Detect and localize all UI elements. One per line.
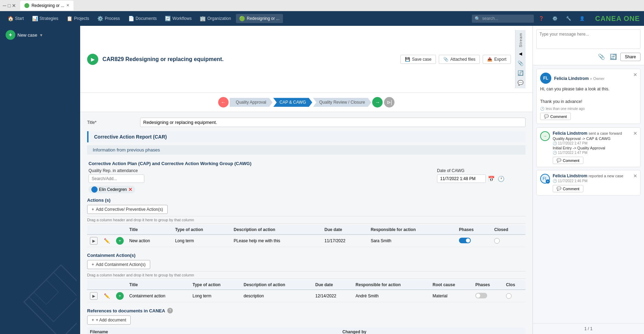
canea-logo: CANEA ONE xyxy=(595,15,640,23)
cont-expand-btn[interactable]: ▶ xyxy=(90,292,98,300)
add-action-button[interactable]: + Add Corrective/ Preventive Action(s) xyxy=(87,205,168,214)
tab-close-btn[interactable]: ✕ xyxy=(66,3,69,8)
cont-edit-cell: ✏️ xyxy=(100,290,113,302)
active-tab[interactable]: Redesigning or ... ✕ xyxy=(20,1,74,10)
action-edit-btn[interactable]: ✏️ xyxy=(103,237,110,244)
date-cawg-input[interactable] xyxy=(437,175,486,183)
nav-item-strategies[interactable]: 📊 Strategies xyxy=(29,14,62,23)
person-tag: 👤 Elin Cedergren ✕ xyxy=(89,186,135,193)
forward-event-time2: 🕐 11/7/2022 1:47 PM xyxy=(553,151,637,155)
forward-event-close-btn[interactable]: ✕ xyxy=(633,131,637,136)
new-case-button[interactable]: + New case ▾ xyxy=(0,26,80,44)
action-status-btn[interactable]: + xyxy=(116,237,124,245)
action-expand-btn[interactable]: ▶ xyxy=(90,237,98,245)
case-status-icon: ▶ xyxy=(87,54,98,65)
workflow-forward-button[interactable]: → xyxy=(372,97,383,107)
cont-closed-checkbox[interactable] xyxy=(506,293,512,299)
nav-help[interactable]: ❓ xyxy=(535,14,547,23)
msg-comment-btn-1[interactable]: 💬 Comment xyxy=(540,113,571,120)
stream-attach-button[interactable]: 📎 xyxy=(597,52,606,61)
window-close[interactable]: ✕ xyxy=(12,3,16,8)
nav-settings[interactable]: ⚙️ xyxy=(549,14,561,23)
action-title-cell: New action xyxy=(127,235,172,247)
workflow-skip-button[interactable]: ⊳| xyxy=(384,97,394,107)
paperclip-icon: 📎 xyxy=(443,57,449,62)
cont-title-cell: Containment action xyxy=(127,290,190,302)
title-field-row: Title* xyxy=(87,118,526,127)
stream-share-button[interactable]: Share xyxy=(620,53,641,61)
workflow-step-cap-cawg[interactable]: CAP & CAWG xyxy=(273,98,312,107)
add-document-button[interactable]: + + Add document xyxy=(87,316,131,325)
col-filename: Filename xyxy=(87,327,340,334)
nav-config[interactable]: 🔧 xyxy=(562,14,575,23)
cont-col-title: Title xyxy=(127,280,190,290)
strategies-icon: 📊 xyxy=(32,16,38,21)
add-containment-button[interactable]: + Add Containment Action(s) xyxy=(87,260,150,269)
action-phases-toggle[interactable] xyxy=(459,238,471,243)
nav-item-start[interactable]: 🏠 Start xyxy=(4,14,27,23)
time-icon-2: 🕐 xyxy=(553,151,557,155)
add-containment-icon: + xyxy=(92,262,94,267)
title-input[interactable] xyxy=(140,118,526,127)
stream-compose: 📎 🔄 Share xyxy=(533,26,644,65)
col-closed: Closed xyxy=(491,225,526,235)
person-remove-btn[interactable]: ✕ xyxy=(128,187,132,192)
quality-rep-search-input[interactable] xyxy=(89,175,144,183)
window-minimize[interactable]: ─ xyxy=(3,3,6,8)
toggle-track[interactable] xyxy=(459,238,471,243)
cont-phases-toggle[interactable] xyxy=(475,293,487,298)
workflow-back-button[interactable]: ← xyxy=(218,97,229,107)
nav-item-projects[interactable]: 📋 Projects xyxy=(63,14,92,23)
export-button[interactable]: 📤 Export xyxy=(483,55,511,64)
msg-header-1: FL Felicia Lindstrom » Owner ✕ xyxy=(540,73,637,84)
action-closed-checkbox[interactable] xyxy=(494,238,500,244)
nav-item-workflows[interactable]: 🔄 Workflows xyxy=(162,14,195,23)
nav-item-redesigning[interactable]: 🟢 Redesigning or ... xyxy=(236,14,283,23)
reported-comment-btn[interactable]: 💬 Comment xyxy=(553,185,583,192)
person-avatar: 👤 xyxy=(91,186,98,193)
cont-toggle-track[interactable] xyxy=(475,293,487,298)
stream-event-reported: FL + Felicia Lindstrom reported a new ca… xyxy=(536,170,641,195)
cont-toggle-thumb xyxy=(476,294,480,298)
workflow-step-quality-review[interactable]: Quality Review / Closure xyxy=(313,98,371,107)
search-input[interactable] xyxy=(482,16,531,21)
stream-panel-toggle[interactable]: Stream ◀ 📎 🔄 💬 xyxy=(515,30,526,88)
action-edit-cell: ✏️ xyxy=(100,235,113,247)
quality-rep-person-tag: 👤 Elin Cedergren ✕ xyxy=(89,184,430,193)
nav-item-process[interactable]: ⚙️ Process xyxy=(94,14,123,23)
clock-icon-btn[interactable]: 🕐 xyxy=(497,175,505,183)
cont-col-phases: Phases xyxy=(473,280,503,290)
msg-close-btn-1[interactable]: ✕ xyxy=(633,72,637,77)
browser-bar: ─ □ ✕ Redesigning or ... ✕ xyxy=(0,0,644,11)
nav-item-organization[interactable]: 🏢 Organization xyxy=(197,14,235,23)
main-content: ▶ CAR829 Redesigning or replacing equipm… xyxy=(80,26,532,334)
forward-comment-btn[interactable]: 💬 Comment xyxy=(553,157,583,164)
cont-col-due-date: Due date xyxy=(313,280,353,290)
cont-col-type: Type of action xyxy=(190,280,241,290)
stream-compose-input[interactable] xyxy=(536,29,641,49)
tab-label: Redesigning or ... xyxy=(31,3,64,8)
save-case-button[interactable]: 💾 Save case xyxy=(400,55,436,64)
cont-status-btn[interactable]: + xyxy=(116,292,124,300)
attached-files-button[interactable]: 📎 Attached files xyxy=(439,55,480,64)
nav-label-start: Start xyxy=(15,16,24,21)
window-maximize[interactable]: □ xyxy=(8,3,10,8)
workflow-step-quality-approval[interactable]: Quality Approval xyxy=(230,98,273,107)
cont-type-cell: Long term xyxy=(190,290,241,302)
nav-search-bar[interactable]: 🔍 xyxy=(472,15,534,23)
nav-item-documents[interactable]: 📄 Documents xyxy=(125,14,160,23)
references-label-row: References to documents in CANEA ? xyxy=(87,308,526,313)
stream-refresh-button[interactable]: 🔄 xyxy=(608,52,618,61)
nav-label-projects: Projects xyxy=(74,16,89,21)
calendar-icon-btn[interactable]: 📅 xyxy=(487,175,496,183)
reported-event-close-btn[interactable]: ✕ xyxy=(633,173,637,179)
nav-user[interactable]: 👤 xyxy=(576,14,588,23)
cont-description-cell: description xyxy=(241,290,313,302)
references-help-icon[interactable]: ? xyxy=(167,308,173,313)
nav-label-redesigning: Redesigning or ... xyxy=(247,16,279,21)
actions-table-body: ▶ ✏️ + New action xyxy=(87,235,526,247)
cont-edit-btn[interactable]: ✏️ xyxy=(103,292,110,299)
form-content: Title* Corrective Action Report (CAR) In… xyxy=(80,112,532,334)
stream-event-forward: → Felicia Lindstrom sent a case forward … xyxy=(536,127,641,167)
action-closed-cell xyxy=(491,235,526,247)
